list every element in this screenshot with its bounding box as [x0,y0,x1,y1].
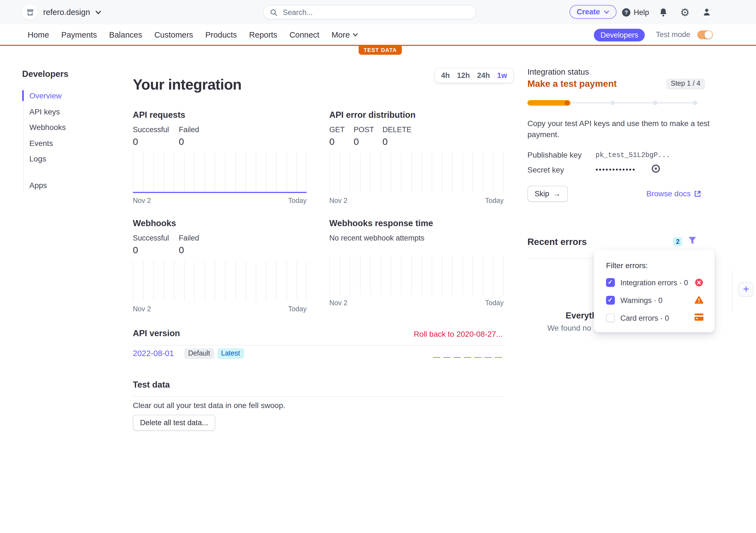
nav-item-home[interactable]: Home [28,30,49,39]
chart-plot [133,261,307,300]
stat-label: POST [354,125,374,134]
plus-icon: + [743,283,749,295]
chart-plot [329,152,504,192]
create-label: Create [577,8,600,16]
checkbox-unchecked[interactable] [606,314,615,322]
sidebar-item-overview[interactable]: Overview [23,88,118,104]
sidebar-item-webhooks[interactable]: Webhooks [23,119,118,135]
filter-option-label: Integration errors · 0 [620,278,688,287]
test-data-title: Test data [133,380,170,390]
range-1w[interactable]: 1w [497,71,507,79]
rollback-link[interactable]: Roll back to 2020-08-27... [414,330,502,338]
stat-label: DELETE [382,125,412,134]
api-version-title: API version [133,328,180,338]
stat-value: 0 [354,136,374,147]
drawer-edge-divider [732,270,733,312]
storefront-icon [26,8,34,16]
nav-item-products[interactable]: Products [205,30,237,39]
filter-option-label: Card errors · 0 [620,314,669,322]
warning-triangle-icon [694,296,703,304]
chart-stats: GET0 POST0 DELETE0 [329,125,504,147]
sidebar-title: Developers [22,69,68,79]
search-input[interactable] [282,8,461,17]
stat-label: Successful [133,125,171,134]
x-axis-start: Nov 2 [329,196,347,204]
stat-value: 0 [382,136,412,147]
sidebar-item-logs[interactable]: Logs [23,151,118,167]
help-button[interactable]: ? Help [622,0,649,24]
stat-label: GET [329,125,345,134]
nav-item-customers[interactable]: Customers [154,30,193,39]
chart-plot [329,255,504,294]
chevron-down-icon [604,9,609,15]
account-menu[interactable] [22,4,38,20]
notifications-button[interactable] [659,0,668,24]
nav-item-balances[interactable]: Balances [109,30,142,39]
test-mode-toggle[interactable] [697,30,713,39]
chevron-down-icon [95,10,101,15]
nav-item-reports[interactable]: Reports [249,30,277,39]
checkbox-checked[interactable] [606,296,615,305]
stat-value: 0 [179,245,199,256]
filter-funnel-icon[interactable] [688,236,697,245]
progress-current-dot [564,100,570,105]
x-axis-start: Nov 2 [329,299,347,307]
sidebar-nav: Overview API keys Webhooks Events Logs A… [23,88,118,193]
chart-card-webhooks-response-time: Webhooks response time No recent webhook… [329,218,504,307]
filter-option-warnings[interactable]: Warnings · 0 [606,294,703,306]
filter-errors-popup: Filter errors: Integration errors · 0 Wa… [594,250,715,332]
progress-step-dot [693,101,697,105]
stat-value: 0 [329,136,345,147]
arrow-right-icon: → [553,190,561,198]
skip-button[interactable]: Skip → [527,186,568,202]
search-bar[interactable] [263,5,476,19]
sidebar-item-api-keys[interactable]: API keys [23,104,118,119]
nav-item-connect[interactable]: Connect [289,30,319,39]
create-button[interactable]: Create [570,5,616,19]
stat-value: 0 [179,136,199,147]
app-root: refero.design Create ? Help ⚙ [0,0,756,533]
sidebar-item-events[interactable]: Events [23,135,118,151]
checkbox-checked[interactable] [606,278,615,287]
chevron-down-icon [353,32,358,37]
person-icon [702,8,711,16]
chart-empty-text: No recent webhook attempts [329,234,504,242]
secret-key-masked: •••••••••••• [596,165,635,174]
account-name[interactable]: refero.design [43,0,90,24]
range-4h[interactable]: 4h [441,71,450,79]
toggle-knob [705,31,712,39]
x-axis-start: Nov 2 [133,196,151,204]
sidebar-item-apps[interactable]: Apps [23,177,118,193]
gear-icon: ⚙ [680,7,689,17]
stat-value: 0 [133,245,171,256]
range-12h[interactable]: 12h [457,71,470,79]
nav-item-more[interactable]: More [332,30,358,39]
filter-option-card-errors[interactable]: Card errors · 0 [606,312,703,324]
x-axis-end: Today [288,305,307,313]
settings-button[interactable]: ⚙ [680,0,689,24]
empty-state-title: Everyth [566,311,597,321]
test-mode-label: Test mode [656,24,690,45]
default-badge: Default [184,348,214,359]
profile-button[interactable] [702,0,711,24]
browse-docs-link[interactable]: Browse docs [646,189,701,198]
progress-step-dot [653,101,658,105]
empty-state-subtitle: We found no [547,323,591,332]
api-version-value[interactable]: 2022-08-01 [133,349,174,358]
filter-option-label: Warnings · 0 [620,296,662,304]
add-panel-button[interactable]: + [738,282,754,297]
section-divider [133,396,504,397]
credit-card-icon [694,314,703,321]
filter-option-integration-errors[interactable]: Integration errors · 0 [606,276,703,289]
x-axis-end: Today [288,196,307,204]
publishable-key-value[interactable]: pk_test_51L2bgP... [596,151,670,159]
delete-test-data-button[interactable]: Delete all test data... [133,415,215,430]
stat-label: Successful [133,234,171,242]
search-icon [270,9,277,16]
range-24h[interactable]: 24h [477,71,490,79]
chart-title: Webhooks [133,218,307,228]
nav-item-payments[interactable]: Payments [61,30,97,39]
reveal-key-eye-icon[interactable] [651,164,661,174]
developers-pill[interactable]: Developers [594,29,645,41]
test-data-badge: TEST DATA [359,46,402,55]
